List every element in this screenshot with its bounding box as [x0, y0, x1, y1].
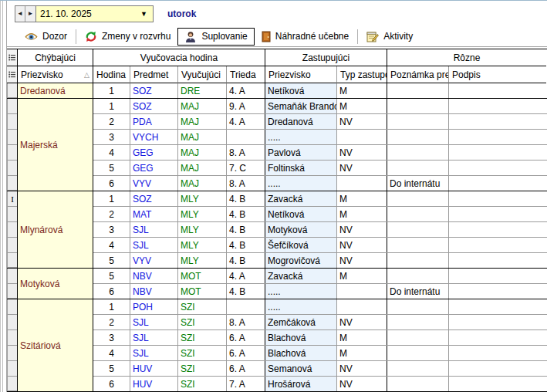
cell-poznamka[interactable] [387, 222, 449, 237]
column-header-priezvisko[interactable]: Priezvisko △ [18, 66, 93, 83]
cell-hodina[interactable]: 4 [93, 238, 130, 252]
cell-vyucujuci[interactable]: SZI [178, 299, 227, 314]
chevron-down-icon[interactable]: ▼ [140, 10, 147, 18]
cell-predmet[interactable]: SJL [130, 315, 178, 329]
cell-zastupujuci[interactable]: ..... [265, 130, 337, 144]
cell-podpis[interactable] [449, 269, 546, 283]
cell-typ[interactable]: NV [337, 361, 387, 376]
cell-poznamka[interactable] [387, 207, 449, 221]
cell-predmet[interactable]: MAT [130, 207, 178, 221]
row-selector[interactable] [7, 253, 17, 268]
cell-podpis[interactable] [449, 83, 546, 98]
cell-poznamka[interactable]: Do internátu [387, 284, 449, 299]
cell-podpis[interactable] [449, 330, 546, 345]
cell-predmet[interactable]: POH [130, 299, 178, 314]
cell-vyucujuci[interactable]: MOT [178, 269, 227, 283]
cell-poznamka[interactable] [387, 161, 449, 175]
cell-trieda[interactable]: 4. B [227, 191, 265, 206]
cell-hodina[interactable]: 4 [93, 346, 130, 360]
cell-zastupujuci[interactable]: Semaňák Brando [265, 99, 337, 113]
cell-podpis[interactable] [449, 114, 546, 129]
cell-trieda[interactable]: 4. B [227, 207, 265, 221]
cell-hodina[interactable]: 5 [93, 161, 130, 175]
cell-poznamka[interactable] [387, 377, 449, 391]
next-day-button[interactable]: ► [25, 6, 35, 22]
cell-podpis[interactable] [449, 253, 546, 268]
cell-zastupujuci[interactable]: Netíková [265, 207, 337, 221]
column-header-hodina[interactable]: Hodina [93, 66, 130, 83]
cell-predmet[interactable]: PDA [130, 114, 178, 129]
cell-trieda[interactable]: 4. A [227, 83, 265, 98]
cell-zastupujuci[interactable]: Semanová [265, 361, 337, 376]
cell-zastupujuci[interactable]: Šefčíková [265, 238, 337, 252]
cell-hodina[interactable]: 2 [93, 315, 130, 329]
cell-vyucujuci[interactable]: MLY [178, 222, 227, 237]
cell-vyucujuci[interactable]: SZI [178, 361, 227, 376]
cell-typ[interactable]: NV [337, 253, 387, 268]
tab-suplovanie[interactable]: Suplovanie [177, 28, 254, 46]
cell-zastupujuci[interactable]: Blachová [265, 346, 337, 360]
row-selector[interactable] [7, 114, 17, 130]
cell-predmet[interactable]: SOZ [130, 83, 178, 98]
cell-predmet[interactable]: SJL [130, 222, 178, 237]
cell-podpis[interactable] [449, 191, 546, 206]
cell-hodina[interactable]: 3 [93, 330, 130, 345]
cell-trieda[interactable]: 8. A [227, 145, 265, 160]
cell-predmet[interactable]: SOZ [130, 99, 178, 113]
cell-poznamka[interactable] [387, 114, 449, 129]
column-header-typ-zastupovania[interactable]: Typ zastupov [337, 66, 387, 83]
cell-predmet[interactable]: SJL [130, 330, 178, 345]
cell-poznamka[interactable] [387, 83, 449, 98]
cell-hodina[interactable]: 1 [93, 191, 130, 206]
cell-podpis[interactable] [449, 315, 546, 329]
row-selector[interactable] [7, 207, 17, 222]
cell-zastupujuci[interactable]: Zavacká [265, 191, 337, 206]
group-header-rozne[interactable]: Rôzne [387, 49, 546, 66]
cell-hodina[interactable]: 1 [93, 83, 130, 98]
cell-vyucujuci[interactable]: MLY [178, 207, 227, 221]
cell-typ[interactable]: NV [337, 161, 387, 175]
absent-teacher-cell[interactable]: Mlynárová [18, 191, 93, 268]
column-header-vyucujuci[interactable]: Vyučujúci [178, 66, 227, 83]
cell-trieda[interactable]: 7. A [227, 377, 265, 391]
cell-hodina[interactable]: 6 [93, 176, 130, 191]
row-selector[interactable] [7, 99, 17, 114]
cell-poznamka[interactable] [387, 330, 449, 345]
cell-zastupujuci[interactable]: Zemčáková [265, 315, 337, 329]
cell-trieda[interactable]: 9. A [227, 99, 265, 113]
cell-trieda[interactable]: 6. A [227, 330, 265, 345]
cell-poznamka[interactable] [387, 130, 449, 144]
cell-trieda[interactable]: 6. A [227, 361, 265, 376]
tab-aktivity[interactable]: Aktivity [360, 28, 420, 46]
cell-typ[interactable]: NV [337, 238, 387, 252]
cell-typ[interactable]: NV [337, 145, 387, 160]
cell-zastupujuci[interactable]: Motyková [265, 222, 337, 237]
column-header-predmet[interactable]: Predmet [130, 66, 178, 83]
cell-typ[interactable]: NV [337, 377, 387, 391]
cell-predmet[interactable]: VYV [130, 176, 178, 191]
cell-poznamka[interactable] [387, 299, 449, 314]
group-header-vyucovacia-hodina[interactable]: Vyučovacia hodina [93, 49, 265, 66]
cell-trieda[interactable]: 4. A [227, 269, 265, 283]
row-selector[interactable] [7, 284, 17, 299]
cell-predmet[interactable]: VYCH [130, 130, 178, 144]
cell-vyucujuci[interactable]: SZI [178, 377, 227, 391]
sort-ascending-icon[interactable]: △ [84, 71, 89, 79]
cell-vyucujuci[interactable]: MLY [178, 238, 227, 252]
cell-typ[interactable] [337, 130, 387, 144]
cell-podpis[interactable] [449, 377, 546, 391]
cell-podpis[interactable] [449, 346, 546, 360]
cell-zastupujuci[interactable]: ..... [265, 284, 337, 299]
cell-podpis[interactable] [449, 361, 546, 376]
corner-menu-cell[interactable] [7, 66, 18, 83]
cell-vyucujuci[interactable]: MLY [178, 191, 227, 206]
cell-hodina[interactable]: 3 [93, 222, 130, 237]
cell-typ[interactable]: M [337, 83, 387, 98]
cell-predmet[interactable]: VYV [130, 253, 178, 268]
cell-zastupujuci[interactable]: ..... [265, 176, 337, 191]
cell-hodina[interactable]: 4 [93, 145, 130, 160]
row-selector[interactable] [7, 176, 17, 191]
cell-poznamka[interactable] [387, 253, 449, 268]
cell-typ[interactable]: M [337, 269, 387, 283]
cell-poznamka[interactable]: Do internátu [387, 176, 449, 191]
